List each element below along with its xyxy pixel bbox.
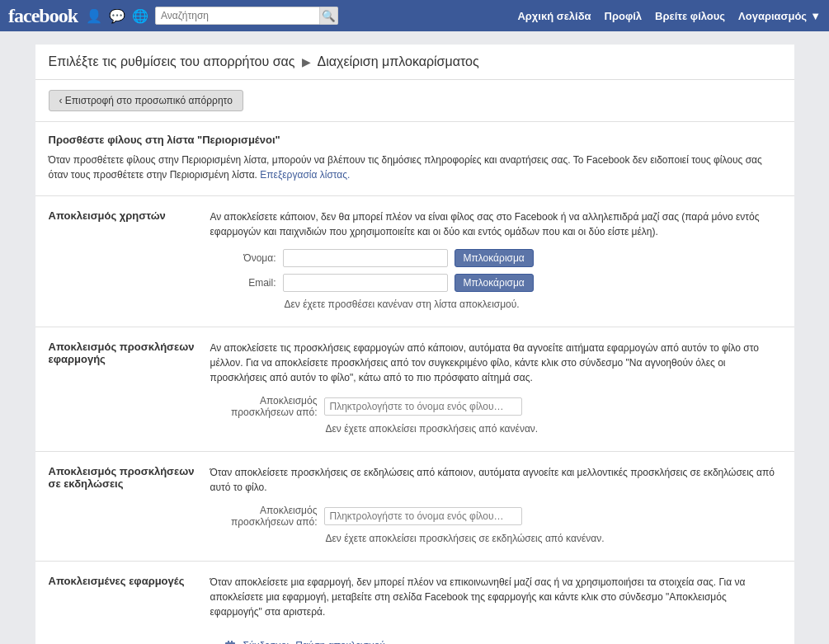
restricted-list-section: Προσθέστε φίλους στη λίστα "Περιορισμένο…: [35, 122, 794, 196]
block-users-email-row: Email: Μπλοκάρισμα: [210, 274, 781, 292]
svg-rect-2: [231, 641, 233, 643]
nav-find-friends[interactable]: Βρείτε φίλους: [655, 10, 725, 22]
block-event-invites-section: Αποκλεισμός προσκλήσεων σε εκδηλώσεις Ότ…: [35, 452, 794, 562]
search-button[interactable]: 🔍: [320, 7, 338, 25]
block-apps-title: Αποκλεισμένες εφαρμογές: [49, 575, 197, 587]
breadcrumb-part1: Επιλέξτε τις ρυθμίσεις του απορρήτου σας: [49, 54, 295, 69]
block-event-invites-title: Αποκλεισμός προσκλήσεων σε εκδηλώσεις: [49, 465, 197, 490]
block-user-email-input[interactable]: [283, 274, 448, 292]
bottom-link-pause[interactable]: Παύση αποκλεισμού: [295, 640, 385, 644]
block-users-section: Αποκλεισμός χρηστών Αν αποκλείσετε κάποι…: [35, 196, 794, 327]
block-apps-section: Αποκλεισμένες εφαρμογές Όταν αποκλείσετε…: [35, 562, 794, 644]
breadcrumb-arrow: ▶: [302, 55, 311, 68]
block-users-desc: Αν αποκλείσετε κάποιον, δεν θα μπορεί πλ…: [210, 209, 781, 239]
block-users-left: Αποκλεισμός χρηστών: [49, 209, 197, 313]
block-apps-right: Όταν αποκλείσετε μια εφαρμογή, δεν μπορε…: [210, 575, 781, 644]
main-content: Επιλέξτε τις ρυθμίσεις του απορρήτου σας…: [35, 45, 794, 644]
globe-icon: 🌐: [132, 8, 148, 24]
block-app-invites-no-items: Δεν έχετε αποκλείσει προσκλήσεις από καν…: [326, 423, 781, 435]
nav-account[interactable]: Λογαριασμός ▼: [738, 10, 821, 22]
block-event-invites-right: Όταν αποκλείσετε προσκλήσεις σε εκδηλώσε…: [210, 465, 781, 548]
top-icons: 👤 💬 🌐: [86, 8, 148, 24]
bottom-links: Σύνδεσμοι Παύση αποκλεισμού: [210, 629, 781, 644]
block-app-invites-right: Αν αποκλείσετε τις προσκλήσεις εφαρμογών…: [210, 341, 781, 438]
block-app-invites-section: Αποκλεισμός προσκλήσεων εφαρμογής Αν απο…: [35, 327, 794, 452]
block-users-name-row: Όνομα: Μπλοκάρισμα: [210, 249, 781, 267]
block-apps-left: Αποκλεισμένες εφαρμογές: [49, 575, 197, 644]
block-event-invites-input[interactable]: [324, 507, 522, 525]
restricted-list-desc: Όταν προσθέτετε φίλους στην Περιορισμένη…: [49, 153, 781, 182]
friends-icon: 👤: [86, 8, 102, 24]
bottom-link-syndesmoi[interactable]: Σύνδεσμοι: [243, 640, 290, 644]
messages-icon: 💬: [109, 8, 125, 24]
restricted-list-title: Προσθέστε φίλους στη λίστα "Περιορισμένο…: [49, 134, 781, 146]
block-app-invites-row: Αποκλεισμός προσκλήσεων από:: [210, 395, 781, 418]
block-event-invites-no-items: Δεν έχετε αποκλείσει προσκλήσεις σε εκδη…: [326, 533, 781, 544]
search-input[interactable]: [155, 7, 320, 25]
nav-home[interactable]: Αρχική σελίδα: [517, 10, 591, 22]
back-section: ‹ Επιστροφή στο προσωπικό απόρρητο: [35, 80, 794, 122]
nav-profile[interactable]: Προφίλ: [605, 10, 643, 22]
block-users-no-items: Δεν έχετε προσθέσει κανέναν στη λίστα απ…: [285, 298, 781, 310]
search-bar: 🔍: [155, 7, 338, 25]
breadcrumb-current: Διαχείριση μπλοκαρίσματος: [318, 54, 479, 69]
block-user-email-button[interactable]: Μπλοκάρισμα: [455, 274, 534, 292]
block-event-invites-left: Αποκλεισμός προσκλήσεων σε εκδηλώσεις: [49, 465, 197, 548]
search-icon: 🔍: [322, 10, 336, 22]
topbar: facebook 👤 💬 🌐 🔍 Αρχική σελίδα Προφίλ Βρ…: [0, 0, 829, 31]
chevron-down-icon: ▼: [810, 10, 821, 22]
event-invites-label: Αποκλεισμός προσκλήσεων από:: [210, 505, 318, 528]
block-app-invites-left: Αποκλεισμός προσκλήσεων εφαρμογής: [49, 341, 197, 438]
block-app-invites-title: Αποκλεισμός προσκλήσεων εφαρμογής: [49, 341, 197, 365]
edit-list-link[interactable]: Επεξεργασία λίστας.: [260, 169, 350, 181]
top-nav-right: Αρχική σελίδα Προφίλ Βρείτε φίλους Λογαρ…: [517, 10, 821, 22]
name-label: Όνομα:: [210, 252, 276, 264]
block-event-invites-row: Αποκλεισμός προσκλήσεων από:: [210, 505, 781, 528]
block-user-name-button[interactable]: Μπλοκάρισμα: [455, 249, 534, 267]
block-user-name-input[interactable]: [283, 249, 448, 267]
facebook-logo[interactable]: facebook: [8, 5, 78, 27]
block-users-title: Αποκλεισμός χρηστών: [49, 209, 197, 222]
app-invites-label: Αποκλεισμός προσκλήσεων από:: [210, 395, 318, 418]
block-event-invites-desc: Όταν αποκλείσετε προσκλήσεις σε εκδηλώσε…: [210, 465, 781, 495]
block-apps-desc: Όταν αποκλείσετε μια εφαρμογή, δεν μπορε…: [210, 575, 781, 619]
block-app-invites-input[interactable]: [324, 397, 522, 416]
back-button[interactable]: ‹ Επιστροφή στο προσωπικό απόρρητο: [49, 90, 243, 111]
email-label: Email:: [210, 277, 276, 289]
block-users-right: Αν αποκλείσετε κάποιον, δεν θα μπορεί πλ…: [210, 209, 781, 313]
breadcrumb: Επιλέξτε τις ρυθμίσεις του απορρήτου σας…: [35, 45, 794, 80]
block-app-invites-desc: Αν αποκλείσετε τις προσκλήσεις εφαρμογών…: [210, 341, 781, 385]
svg-rect-1: [228, 641, 229, 643]
plugin-icon: [224, 639, 237, 644]
